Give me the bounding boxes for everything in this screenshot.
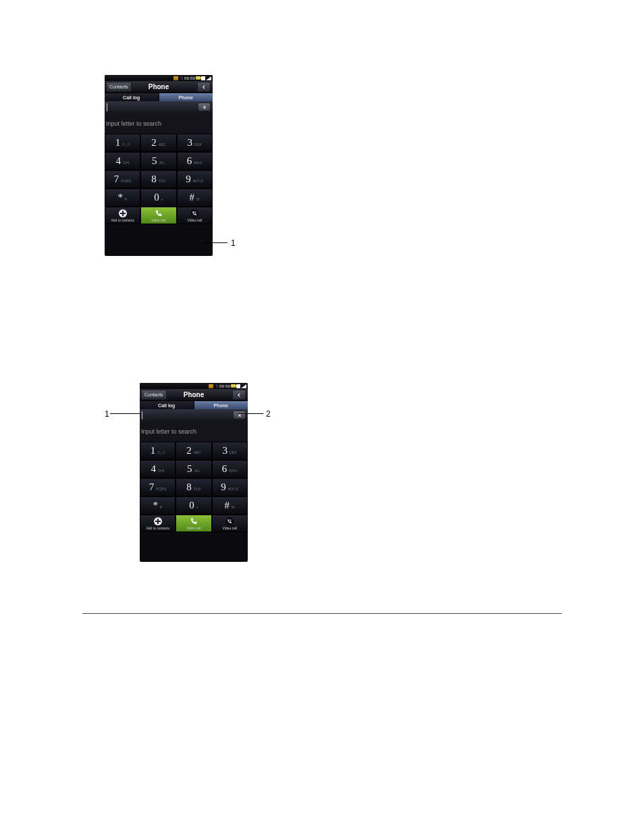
plus-circle-icon <box>119 209 127 217</box>
chevron-left-icon <box>237 393 241 397</box>
phone-handset-icon <box>155 209 163 217</box>
tab-call-log-label: Call log <box>123 95 140 100</box>
status-indicator-icon <box>201 76 205 80</box>
video-call-icon <box>225 517 234 525</box>
close-icon <box>203 105 207 109</box>
title-bar: Contacts Phone <box>105 81 213 93</box>
key-9[interactable]: 9WXYZ <box>177 170 213 188</box>
annotation-1: 1 <box>231 238 236 248</box>
page-title: Phone <box>140 391 248 398</box>
svg-point-0 <box>195 211 196 213</box>
voice-call-label: Voice call <box>151 218 165 222</box>
key-3[interactable]: 3DEF <box>212 442 248 460</box>
status-bar: 09:59 <box>105 75 213 81</box>
key-3[interactable]: 3DEF <box>177 134 213 152</box>
title-bar: Contacts Phone <box>140 389 248 401</box>
key-6[interactable]: 6MNO <box>177 152 213 170</box>
key-0[interactable]: 0+ <box>176 496 211 515</box>
phone-handset-icon <box>190 517 198 525</box>
key-2[interactable]: 2ABC <box>176 442 211 460</box>
mail-icon <box>173 76 178 80</box>
number-display[interactable] <box>140 409 248 421</box>
search-hint-label: Input letter to search <box>106 120 161 127</box>
dial-pad: 1O_O 2ABC 3DEF 4GHI 5JKL 6MNO 7PQRS 8TUV… <box>105 134 213 207</box>
video-call-button[interactable]: Video call <box>212 515 248 532</box>
add-to-contacts-button[interactable]: Add to contacts <box>140 515 176 532</box>
add-to-contacts-label: Add to contacts <box>146 526 169 530</box>
plus-circle-icon <box>154 517 162 525</box>
tab-bar: Call log Phone <box>140 401 248 409</box>
status-indicator-icon <box>236 384 240 388</box>
search-hint: Input letter to search <box>105 113 213 134</box>
search-hint-label: Input letter to search <box>141 428 196 435</box>
clear-button[interactable] <box>198 103 210 111</box>
tab-phone-label: Phone <box>214 403 228 408</box>
key-0[interactable]: 0+ <box>140 188 176 207</box>
tab-bar: Call log Phone <box>105 93 213 101</box>
voice-call-label: Voice call <box>186 526 200 530</box>
voice-call-button[interactable]: Voice call <box>176 515 211 532</box>
status-bar: 09:59 <box>140 383 248 389</box>
action-bar: Add to contacts Voice call Video call <box>140 515 248 532</box>
video-call-icon <box>190 209 198 217</box>
text-cursor <box>142 411 142 419</box>
leader-line <box>238 413 263 414</box>
tab-phone-label: Phone <box>179 95 193 100</box>
tab-phone[interactable]: Phone <box>159 93 213 101</box>
key-5[interactable]: 5JKL <box>176 460 211 478</box>
annotation-2-right: 2 <box>266 409 271 419</box>
add-to-contacts-label: Add to contacts <box>111 218 134 222</box>
voice-call-button[interactable]: Voice call <box>140 207 176 224</box>
signal-icon <box>206 76 211 80</box>
wifi-icon <box>214 384 219 388</box>
leader-line <box>110 413 142 414</box>
wifi-icon <box>179 76 184 80</box>
key-star[interactable]: *P <box>140 496 176 515</box>
key-8[interactable]: 8TUV <box>140 170 176 188</box>
key-star[interactable]: *P <box>105 188 140 207</box>
page-title: Phone <box>105 83 213 90</box>
video-call-label: Video call <box>223 526 238 530</box>
key-hash[interactable]: #W <box>212 496 248 515</box>
svg-point-1 <box>230 519 232 521</box>
video-call-label: Video call <box>188 218 203 222</box>
add-to-contacts-button[interactable]: Add to contacts <box>105 207 140 224</box>
collapse-button[interactable] <box>197 82 211 92</box>
annotation-1-left: 1 <box>105 409 109 419</box>
key-4[interactable]: 4GHI <box>140 460 176 478</box>
signal-icon <box>241 384 246 388</box>
tab-phone[interactable]: Phone <box>194 401 248 409</box>
chevron-left-icon <box>202 85 206 89</box>
mail-icon <box>209 384 213 388</box>
number-display[interactable] <box>105 101 213 113</box>
video-call-button[interactable]: Video call <box>177 207 213 224</box>
key-9[interactable]: 9WXYZ <box>212 478 248 496</box>
leader-line <box>203 242 227 243</box>
clear-button[interactable] <box>234 411 245 419</box>
key-2[interactable]: 2ABC <box>140 134 176 152</box>
clock: 09:59 <box>219 384 230 388</box>
collapse-button[interactable] <box>232 390 246 400</box>
key-hash[interactable]: #W <box>177 188 213 207</box>
key-8[interactable]: 8TUV <box>176 478 211 496</box>
text-cursor <box>107 103 107 111</box>
key-7[interactable]: 7PQRS <box>140 478 176 496</box>
key-4[interactable]: 4GHI <box>105 152 140 170</box>
key-1[interactable]: 1O_O <box>140 442 176 460</box>
phone-screenshot-2: 09:59 Contacts Phone Call log Phone Inpu… <box>140 383 248 562</box>
battery-icon <box>231 384 236 388</box>
tab-call-log[interactable]: Call log <box>140 401 194 409</box>
search-hint: Input letter to search <box>140 421 248 442</box>
key-1[interactable]: 1O_O <box>105 134 140 152</box>
battery-icon <box>196 76 200 80</box>
key-7[interactable]: 7PQRS <box>105 170 140 188</box>
clock: 09:59 <box>184 76 195 80</box>
tab-call-log-label: Call log <box>158 403 175 408</box>
horizontal-rule <box>82 613 562 614</box>
key-6[interactable]: 6MNO <box>212 460 248 478</box>
tab-call-log[interactable]: Call log <box>105 93 159 101</box>
key-5[interactable]: 5JKL <box>140 152 176 170</box>
dial-pad: 1O_O 2ABC 3DEF 4GHI 5JKL 6MNO 7PQRS 8TUV… <box>140 442 248 515</box>
phone-screenshot-1: 09:59 Contacts Phone Call log Phone Inpu… <box>105 75 213 256</box>
action-bar: Add to contacts Voice call Video call <box>105 207 213 224</box>
